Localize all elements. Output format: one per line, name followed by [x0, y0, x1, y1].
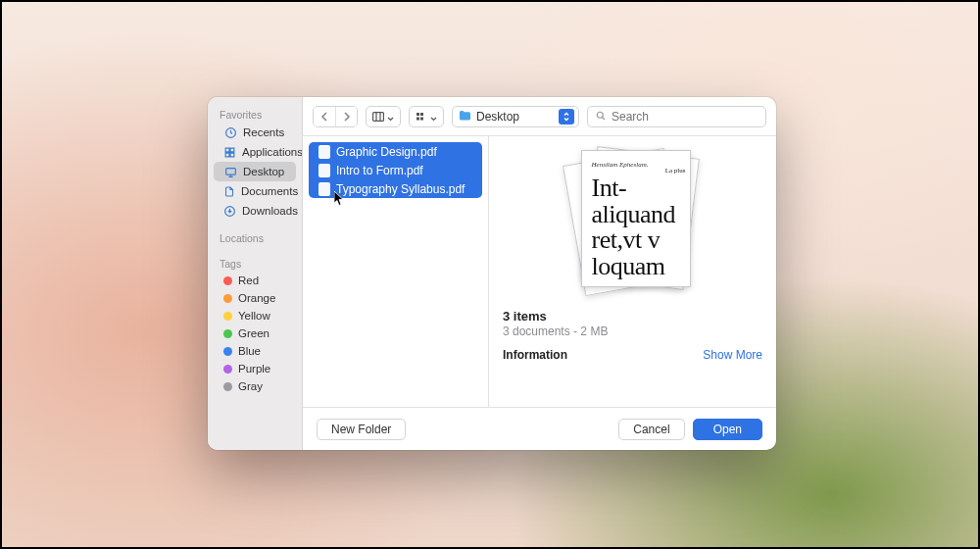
- view-columns-button[interactable]: [366, 106, 401, 127]
- sidebar-tag-purple[interactable]: Purple: [214, 360, 296, 377]
- nav-back-forward: [313, 106, 358, 127]
- folder-icon: [459, 110, 471, 124]
- file-column: Graphic Design.pdf Intro to Form.pdf Typ…: [303, 136, 489, 407]
- search-input[interactable]: [612, 110, 759, 124]
- svg-rect-1: [225, 168, 235, 175]
- preview-text: ret,vt v: [592, 228, 690, 253]
- preview-thumbnail: Hensilam Epheslam. La plus Int- aliquand…: [560, 150, 707, 297]
- preview-text: Int-: [592, 176, 690, 201]
- sidebar-item-applications[interactable]: Applications: [214, 142, 296, 162]
- file-name: Typography Syllabus.pdf: [336, 182, 465, 196]
- tag-dot-icon: [223, 294, 232, 303]
- sidebar-tags-header: Tags: [208, 254, 302, 272]
- file-row[interactable]: Intro to Form.pdf: [309, 161, 482, 179]
- sidebar-item-label: Desktop: [243, 166, 284, 177]
- nav-back-button[interactable]: [314, 107, 335, 126]
- sidebar-item-label: Blue: [238, 345, 261, 357]
- main-panel: Desktop Graphic Design.pdf: [303, 97, 776, 450]
- sidebar-item-label: Red: [238, 274, 259, 286]
- file-name: Intro to Form.pdf: [336, 164, 423, 177]
- tag-dot-icon: [223, 276, 232, 285]
- preview-column: Hensilam Epheslam. La plus Int- aliquand…: [489, 136, 776, 407]
- preview-text: loquam: [592, 255, 690, 279]
- columns-icon: [372, 108, 384, 125]
- svg-rect-4: [416, 113, 419, 116]
- info-block: 3 items 3 documents - 2 MB Information S…: [503, 309, 762, 362]
- cursor-icon: [334, 191, 345, 209]
- sidebar-tag-red[interactable]: Red: [214, 272, 296, 289]
- download-icon: [223, 204, 236, 218]
- sidebar-item-label: Green: [238, 327, 270, 339]
- file-name: Graphic Design.pdf: [336, 145, 437, 159]
- preview-text: aliquand: [592, 203, 690, 227]
- sidebar-item-label: Applications: [242, 146, 303, 158]
- sidebar-item-label: Recents: [243, 126, 284, 138]
- search-field[interactable]: [587, 106, 766, 127]
- file-row[interactable]: Graphic Design.pdf: [309, 142, 482, 161]
- sidebar-tag-yellow[interactable]: Yellow: [214, 307, 296, 324]
- file-row[interactable]: Typography Syllabus.pdf: [309, 179, 482, 198]
- sidebar-tag-blue[interactable]: Blue: [214, 342, 296, 360]
- sidebar-tag-gray[interactable]: Gray: [214, 377, 296, 395]
- sidebar-item-label: Yellow: [238, 310, 270, 322]
- sidebar-tag-orange[interactable]: Orange: [214, 289, 296, 307]
- svg-rect-6: [416, 117, 419, 120]
- location-popup[interactable]: Desktop: [452, 106, 579, 127]
- grid-icon: [416, 108, 427, 125]
- sidebar-item-desktop[interactable]: Desktop: [214, 162, 296, 181]
- search-icon: [595, 108, 607, 125]
- dialog-footer: New Folder Cancel Open: [303, 407, 776, 450]
- desktop-icon: [223, 165, 237, 178]
- sidebar-favorites-header: Favorites: [208, 105, 302, 123]
- info-section-label: Information: [503, 348, 703, 362]
- info-title: 3 items: [503, 309, 762, 324]
- svg-rect-3: [373, 112, 384, 121]
- new-folder-button[interactable]: New Folder: [317, 419, 406, 440]
- cancel-button[interactable]: Cancel: [618, 419, 684, 440]
- tag-dot-icon: [223, 329, 232, 338]
- tag-dot-icon: [223, 347, 232, 356]
- info-subtitle: 3 documents - 2 MB: [503, 324, 762, 338]
- group-by-button[interactable]: [409, 106, 444, 127]
- toolbar: Desktop: [303, 97, 776, 136]
- svg-rect-5: [420, 113, 423, 116]
- chevron-down-icon: [430, 108, 437, 125]
- nav-forward-button[interactable]: [335, 107, 357, 126]
- tag-dot-icon: [223, 312, 232, 321]
- sidebar-locations-header: Locations: [208, 228, 302, 246]
- sidebar: Favorites Recents Applications Desktop D…: [208, 97, 303, 450]
- open-button[interactable]: Open: [693, 419, 762, 440]
- location-stepper-icon: [559, 109, 574, 125]
- open-file-dialog: Favorites Recents Applications Desktop D…: [208, 97, 776, 450]
- sidebar-item-label: Purple: [238, 363, 270, 374]
- svg-point-8: [597, 112, 603, 118]
- sidebar-item-label: Downloads: [242, 205, 298, 217]
- svg-rect-7: [420, 117, 423, 120]
- sidebar-item-label: Gray: [238, 380, 263, 392]
- sidebar-item-documents[interactable]: Documents: [214, 181, 296, 201]
- file-icon: [318, 145, 330, 159]
- apps-icon: [223, 145, 236, 159]
- sidebar-tag-green[interactable]: Green: [214, 324, 296, 342]
- clock-icon: [223, 125, 237, 139]
- tag-dot-icon: [223, 365, 232, 374]
- file-icon: [318, 164, 330, 177]
- sidebar-item-recents[interactable]: Recents: [214, 123, 296, 142]
- content-area: Graphic Design.pdf Intro to Form.pdf Typ…: [303, 136, 776, 407]
- sidebar-item-downloads[interactable]: Downloads: [214, 201, 296, 221]
- file-icon: [318, 182, 330, 196]
- doc-icon: [223, 184, 235, 198]
- sidebar-item-label: Documents: [241, 185, 298, 197]
- location-label: Desktop: [476, 110, 519, 124]
- sidebar-item-label: Orange: [238, 292, 275, 304]
- tag-dot-icon: [223, 382, 232, 391]
- show-more-link[interactable]: Show More: [703, 348, 762, 362]
- chevron-down-icon: [387, 108, 394, 125]
